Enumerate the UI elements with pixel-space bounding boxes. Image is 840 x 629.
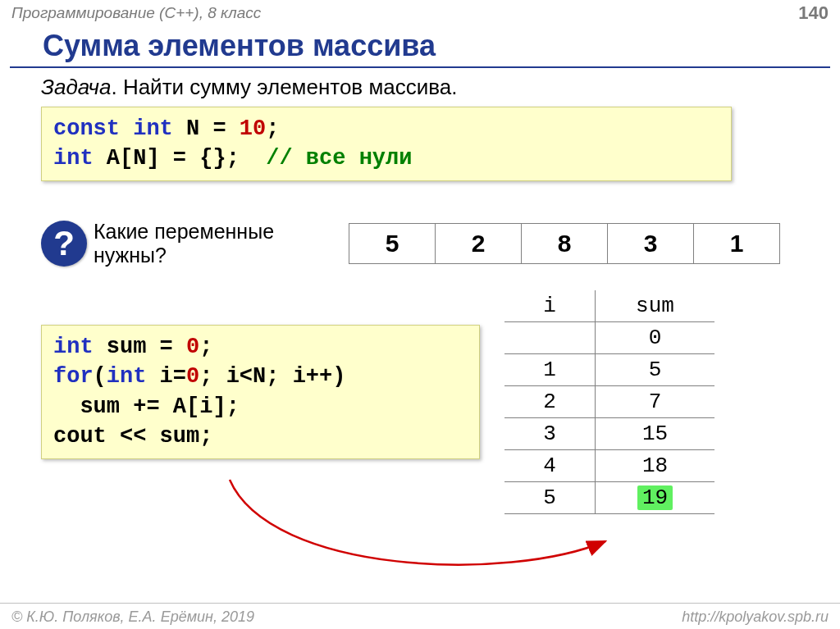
trace-cell: 0 xyxy=(596,322,715,354)
footer-url: http://kpolyakov.spb.ru xyxy=(682,608,829,626)
course-label: Программирование (C++), 8 класс xyxy=(11,4,261,22)
trace-cell: 5 xyxy=(596,354,715,386)
code-text: cout << sum; xyxy=(53,424,212,449)
trace-cell: 18 xyxy=(596,450,715,482)
array-display: 5 2 8 3 1 xyxy=(349,223,780,264)
trace-cell: 3 xyxy=(504,418,596,450)
trace-final-cell: 19 xyxy=(596,482,715,514)
trace-cell: 4 xyxy=(504,450,596,482)
task-body: . Найти сумму элементов массива. xyxy=(111,75,457,99)
code-number: 10 xyxy=(240,116,266,141)
trace-cell: 15 xyxy=(596,418,715,450)
page-number: 140 xyxy=(798,2,829,24)
code-number: 0 xyxy=(186,335,199,359)
trace-cell: 1 xyxy=(504,354,596,386)
trace-head-sum: sum xyxy=(596,290,715,322)
question-block: ? Какие переменные нужны? xyxy=(41,220,290,267)
code-keyword: int xyxy=(53,335,94,359)
code-text: sum = xyxy=(94,335,186,359)
code-text: ; xyxy=(199,335,212,359)
trace-table: i sum 0 15 27 315 418 519 xyxy=(504,290,714,514)
trace-cell: 7 xyxy=(596,386,715,418)
code-keyword: int xyxy=(53,146,94,171)
code-text: sum += A[i]; xyxy=(53,394,240,419)
array-cell: 1 xyxy=(694,223,780,264)
code-keyword: for xyxy=(53,364,94,389)
array-cell: 2 xyxy=(436,223,522,264)
code-text: N = xyxy=(173,116,240,141)
trace-cell: 5 xyxy=(504,482,596,514)
trace-head-i: i xyxy=(504,290,596,322)
array-cell: 3 xyxy=(608,223,694,264)
task-label: Задача xyxy=(41,75,111,99)
code-comment: // все нули xyxy=(266,146,412,171)
trace-cell xyxy=(504,322,596,354)
array-cell: 5 xyxy=(349,223,436,264)
code-text: ; i<N; i++) xyxy=(199,364,345,389)
question-line: Какие переменные xyxy=(94,220,274,243)
trace-final-value: 19 xyxy=(637,485,673,510)
code-text: A[N] = {}; xyxy=(94,146,267,171)
footer-authors: © К.Ю. Поляков, Е.А. Ерёмин, 2019 xyxy=(11,608,254,626)
code-keyword: int xyxy=(107,364,147,389)
code-block-loop: int sum = 0; for(int i=0; i<N; i++) sum … xyxy=(41,325,480,459)
code-block-declaration: const int N = 10; int A[N] = {}; // все … xyxy=(41,107,732,181)
question-mark-icon: ? xyxy=(41,221,87,267)
code-keyword: const int xyxy=(53,116,173,141)
question-text: Какие переменные нужны? xyxy=(94,220,290,267)
code-number: 0 xyxy=(186,364,199,389)
page-title: Сумма элементов массива xyxy=(10,24,830,68)
code-text: i= xyxy=(146,364,186,389)
code-text: ; xyxy=(266,116,279,141)
array-cell: 8 xyxy=(522,223,608,264)
task-text: Задача. Найти сумму элементов массива. xyxy=(0,68,840,107)
code-text: ( xyxy=(94,364,107,389)
question-line: нужны? xyxy=(94,244,167,267)
trace-cell: 2 xyxy=(504,386,596,418)
